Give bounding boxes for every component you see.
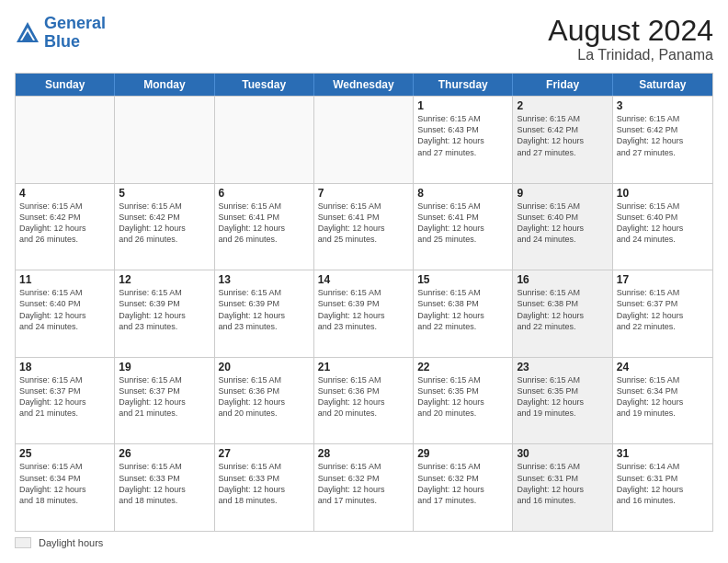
day-number: 24 [617,361,709,373]
day-number: 21 [318,361,409,373]
calendar-row: 1Sunrise: 6:15 AM Sunset: 6:43 PM Daylig… [16,96,712,183]
calendar-cell: 8Sunrise: 6:15 AM Sunset: 6:41 PM Daylig… [414,184,513,270]
calendar-row: 11Sunrise: 6:15 AM Sunset: 6:40 PM Dayli… [16,270,712,357]
calendar-cell: 27Sunrise: 6:15 AM Sunset: 6:33 PM Dayli… [215,444,314,531]
day-info: Sunrise: 6:15 AM Sunset: 6:43 PM Dayligh… [417,113,508,158]
day-number: 27 [219,447,310,460]
calendar-cell: 5Sunrise: 6:15 AM Sunset: 6:42 PM Daylig… [115,184,214,270]
day-info: Sunrise: 6:15 AM Sunset: 6:39 PM Dayligh… [219,287,310,332]
day-number: 16 [517,273,608,286]
day-info: Sunrise: 6:15 AM Sunset: 6:42 PM Dayligh… [517,113,608,158]
day-number: 25 [19,447,110,460]
day-info: Sunrise: 6:15 AM Sunset: 6:32 PM Dayligh… [417,461,508,506]
day-number: 26 [119,447,210,460]
calendar-cell: 6Sunrise: 6:15 AM Sunset: 6:41 PM Daylig… [215,184,314,270]
calendar-cell: 21Sunrise: 6:15 AM Sunset: 6:36 PM Dayli… [314,358,414,444]
calendar-cell: 13Sunrise: 6:15 AM Sunset: 6:39 PM Dayli… [215,270,314,357]
day-info: Sunrise: 6:15 AM Sunset: 6:40 PM Dayligh… [617,201,709,246]
legend-box [15,537,31,548]
day-number: 3 [617,99,709,112]
day-info: Sunrise: 6:15 AM Sunset: 6:41 PM Dayligh… [417,201,508,246]
calendar-body: 1Sunrise: 6:15 AM Sunset: 6:43 PM Daylig… [16,96,712,531]
calendar-cell: 9Sunrise: 6:15 AM Sunset: 6:40 PM Daylig… [513,184,612,270]
calendar-header: SundayMondayTuesdayWednesdayThursdayFrid… [16,74,712,96]
day-number: 31 [617,447,709,460]
day-info: Sunrise: 6:15 AM Sunset: 6:41 PM Dayligh… [318,201,409,246]
calendar-cell: 7Sunrise: 6:15 AM Sunset: 6:41 PM Daylig… [314,184,414,270]
calendar-cell: 4Sunrise: 6:15 AM Sunset: 6:42 PM Daylig… [16,184,115,270]
day-info: Sunrise: 6:15 AM Sunset: 6:40 PM Dayligh… [19,287,110,332]
day-number: 12 [119,273,210,286]
calendar-cell: 31Sunrise: 6:14 AM Sunset: 6:31 PM Dayli… [613,444,712,531]
day-number: 28 [318,447,409,460]
day-info: Sunrise: 6:15 AM Sunset: 6:32 PM Dayligh… [318,461,409,506]
calendar-cell: 23Sunrise: 6:15 AM Sunset: 6:35 PM Dayli… [513,358,612,444]
calendar-cell: 26Sunrise: 6:15 AM Sunset: 6:33 PM Dayli… [115,444,214,531]
cal-header-cell: Tuesday [215,74,314,96]
day-info: Sunrise: 6:15 AM Sunset: 6:35 PM Dayligh… [517,374,608,419]
day-number: 29 [417,447,508,460]
day-info: Sunrise: 6:15 AM Sunset: 6:38 PM Dayligh… [517,287,608,332]
calendar-cell [215,97,314,183]
title-block: August 2024 La Trinidad, Panama [548,15,713,63]
calendar-cell: 22Sunrise: 6:15 AM Sunset: 6:35 PM Dayli… [414,358,513,444]
day-info: Sunrise: 6:15 AM Sunset: 6:37 PM Dayligh… [19,374,110,419]
calendar-cell: 15Sunrise: 6:15 AM Sunset: 6:38 PM Dayli… [414,270,513,357]
calendar-cell: 10Sunrise: 6:15 AM Sunset: 6:40 PM Dayli… [613,184,712,270]
day-info: Sunrise: 6:15 AM Sunset: 6:37 PM Dayligh… [617,287,709,332]
calendar-cell: 18Sunrise: 6:15 AM Sunset: 6:37 PM Dayli… [16,358,115,444]
day-number: 9 [517,187,608,200]
cal-header-cell: Friday [513,74,612,96]
day-info: Sunrise: 6:15 AM Sunset: 6:33 PM Dayligh… [119,461,210,506]
day-number: 22 [417,361,508,373]
day-number: 2 [517,99,608,112]
calendar-cell: 20Sunrise: 6:15 AM Sunset: 6:36 PM Dayli… [215,358,314,444]
day-number: 5 [119,187,210,200]
logo-blue-text: Blue [44,33,106,52]
calendar-cell [16,97,115,183]
day-number: 13 [219,273,310,286]
day-number: 19 [119,361,210,373]
day-info: Sunrise: 6:14 AM Sunset: 6:31 PM Dayligh… [617,461,709,506]
day-number: 10 [617,187,709,200]
page: General Blue August 2024 La Trinidad, Pa… [0,0,728,563]
calendar-cell: 17Sunrise: 6:15 AM Sunset: 6:37 PM Dayli… [613,270,712,357]
day-number: 18 [19,361,110,373]
day-info: Sunrise: 6:15 AM Sunset: 6:39 PM Dayligh… [318,287,409,332]
calendar-subtitle: La Trinidad, Panama [548,47,713,63]
day-number: 4 [19,187,110,200]
calendar-cell: 3Sunrise: 6:15 AM Sunset: 6:42 PM Daylig… [613,97,712,183]
calendar-cell: 2Sunrise: 6:15 AM Sunset: 6:42 PM Daylig… [513,97,612,183]
day-info: Sunrise: 6:15 AM Sunset: 6:42 PM Dayligh… [19,201,110,246]
calendar-title: August 2024 [548,15,713,47]
cal-header-cell: Saturday [613,74,712,96]
day-info: Sunrise: 6:15 AM Sunset: 6:42 PM Dayligh… [119,201,210,246]
calendar-cell: 19Sunrise: 6:15 AM Sunset: 6:37 PM Dayli… [115,358,214,444]
day-info: Sunrise: 6:15 AM Sunset: 6:40 PM Dayligh… [517,201,608,246]
day-info: Sunrise: 6:15 AM Sunset: 6:33 PM Dayligh… [219,461,310,506]
calendar-cell: 25Sunrise: 6:15 AM Sunset: 6:34 PM Dayli… [16,444,115,531]
calendar-row: 25Sunrise: 6:15 AM Sunset: 6:34 PM Dayli… [16,443,712,531]
day-info: Sunrise: 6:15 AM Sunset: 6:41 PM Dayligh… [219,201,310,246]
calendar-cell [115,97,214,183]
day-info: Sunrise: 6:15 AM Sunset: 6:36 PM Dayligh… [318,374,409,419]
day-info: Sunrise: 6:15 AM Sunset: 6:42 PM Dayligh… [617,113,709,158]
logo-icon [15,20,40,46]
legend-label: Daylight hours [39,537,103,548]
calendar-cell [314,97,414,183]
footer: Daylight hours [15,537,713,548]
calendar-cell: 16Sunrise: 6:15 AM Sunset: 6:38 PM Dayli… [513,270,612,357]
day-info: Sunrise: 6:15 AM Sunset: 6:38 PM Dayligh… [417,287,508,332]
calendar-cell: 24Sunrise: 6:15 AM Sunset: 6:34 PM Dayli… [613,358,712,444]
day-number: 1 [417,99,508,112]
calendar-cell: 14Sunrise: 6:15 AM Sunset: 6:39 PM Dayli… [314,270,414,357]
day-info: Sunrise: 6:15 AM Sunset: 6:37 PM Dayligh… [119,374,210,419]
day-info: Sunrise: 6:15 AM Sunset: 6:34 PM Dayligh… [617,374,709,419]
day-info: Sunrise: 6:15 AM Sunset: 6:39 PM Dayligh… [119,287,210,332]
calendar: SundayMondayTuesdayWednesdayThursdayFrid… [15,73,713,532]
cal-header-cell: Sunday [16,74,115,96]
logo: General Blue [15,15,106,52]
day-number: 30 [517,447,608,460]
day-number: 23 [517,361,608,373]
day-number: 11 [19,273,110,286]
